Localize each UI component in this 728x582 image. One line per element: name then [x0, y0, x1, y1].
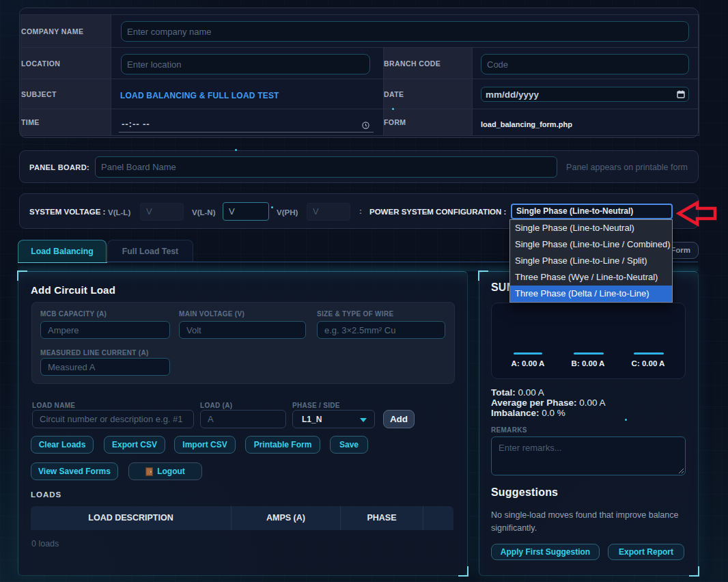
save-btn[interactable]: Save	[330, 436, 368, 454]
add-btn[interactable]: Add	[383, 410, 415, 428]
view-saved-btn[interactable]: View Saved Forms	[31, 462, 118, 480]
load-name-input[interactable]: Circuit number or description e.g. #1	[32, 410, 194, 428]
add-circuit-title: Add Circuit Load	[31, 284, 115, 296]
panel-board-input[interactable]: Panel Board Name	[95, 156, 557, 178]
vln-input[interactable]: V	[223, 202, 269, 221]
red-arrow	[676, 200, 720, 227]
logout-btn[interactable]: Logout	[128, 462, 202, 480]
load-balancing-app: COMPANY NAME LOCATION BRANCH CODE SUBJEC…	[0, 0, 728, 582]
clear-loads-btn[interactable]: Clear Loads	[31, 436, 94, 454]
import-csv-btn[interactable]: Import CSV	[174, 436, 236, 454]
export-report-btn[interactable]: Export Report	[608, 544, 684, 560]
form-value: load_balancing_form.php	[481, 120, 572, 128]
power-config-select[interactable]: Single Phase (Line-to-Neutral)	[511, 204, 673, 219]
measured-input[interactable]: Measured A	[40, 358, 170, 376]
export-csv-btn[interactable]: Export CSV	[104, 436, 165, 454]
printable-form-btn[interactable]: Printable Form	[245, 436, 320, 454]
loads-table-header: LOAD DESCRIPTION AMPS (A) PHASE	[31, 506, 453, 530]
vll-input[interactable]: V	[140, 203, 184, 221]
suggestions-title: Suggestions	[491, 486, 558, 499]
loads-count: 0 loads	[31, 539, 59, 549]
location-input[interactable]: Enter location	[121, 54, 370, 74]
panel-board-card: PANEL BOARD: Panel Board Name Panel appe…	[19, 150, 699, 183]
mcb-input[interactable]: Ampere	[40, 321, 170, 339]
date-input[interactable]: mm/dd/yyyy	[481, 87, 689, 102]
apply-suggestion-btn[interactable]: Apply First Suggestion	[491, 544, 600, 560]
branch-input[interactable]: Code	[481, 54, 689, 74]
totals: Total: 0.00 A Average per Phase: 0.00 A …	[491, 388, 606, 418]
subject-value: LOAD BALANCING & FULL LOAD TEST	[120, 91, 279, 100]
vph-input[interactable]: V	[307, 203, 350, 221]
tab-full-load-test[interactable]: Full Load Test	[107, 240, 193, 262]
voltage-input[interactable]: Volt	[179, 321, 306, 339]
loads-label: LOADS	[31, 490, 61, 499]
time-input[interactable]: --:-- --	[119, 115, 374, 133]
phase-select[interactable]: L1_N	[292, 410, 375, 428]
power-config-dropdown[interactable]: Single Phase (Line-to-Neutral) Single Ph…	[509, 219, 673, 303]
load-a-input[interactable]: A	[200, 410, 286, 428]
tab-load-balancing[interactable]: Load Balancing	[18, 240, 107, 262]
header-card: COMPANY NAME LOCATION BRANCH CODE SUBJEC…	[19, 8, 699, 138]
company-input[interactable]: Enter company name	[121, 21, 689, 42]
chart-box	[491, 303, 686, 379]
suggestions-text: No single-load moves found that improve …	[491, 509, 686, 534]
wire-input[interactable]: e.g. 3×2.5mm² Cu	[317, 321, 445, 339]
remarks-textarea[interactable]: Enter remarks...	[491, 436, 686, 475]
